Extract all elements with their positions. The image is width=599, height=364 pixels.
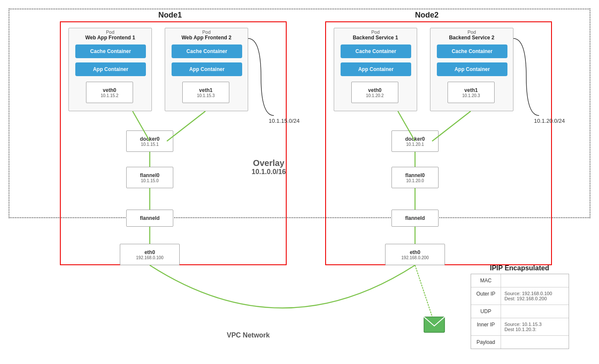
ipip-row-outerip-label: Outer IP: [471, 287, 501, 305]
ipip-row-outerip-detail: Source: 192.168.0.100Dest: 192.168.0.200: [501, 287, 569, 305]
packet-envelope: [424, 317, 445, 333]
node2-eth0: eth0 192.168.0.200: [385, 244, 445, 265]
node2-flannel0: flannel0 10.1.20.0: [391, 167, 439, 188]
node2-subnet-label: 10.1.20.0/24: [534, 118, 565, 124]
pod2: Pod Web App Frontend 2 Cache Container A…: [165, 28, 248, 111]
pod4-cache: Cache Container: [437, 44, 507, 58]
pod1-cache: Cache Container: [75, 44, 146, 58]
ipip-row-payload-detail: [501, 336, 569, 349]
pod1-name: Web App Frontend 1: [69, 35, 151, 41]
ipip-row-innerip-label: Inner IP: [471, 318, 501, 335]
pod1-app: App Container: [75, 62, 146, 76]
pod1-veth0: veth0 10.1.15.2: [86, 82, 133, 103]
pod4: Pod Backend Service 2 Cache Container Ap…: [430, 28, 513, 111]
ipip-box: MAC Outer IP Source: 192.168.0.100Dest: …: [471, 274, 569, 349]
ipip-row-udp-label: UDP: [471, 305, 501, 318]
pod2-app: App Container: [172, 62, 242, 76]
ipip-row-mac-detail: [501, 274, 569, 287]
overlay-label: Overlay 10.1.0.0/16: [252, 158, 286, 176]
pod4-app: App Container: [437, 62, 507, 76]
vpc-label: VPC Network: [227, 331, 270, 339]
node2-docker0: docker0 10.1.20.1: [391, 130, 439, 152]
ipip-title: IPIP Encapsulated: [490, 264, 549, 272]
node1-subnet-label: 10.1.15.0/24: [269, 118, 300, 124]
pod3-app: App Container: [341, 62, 411, 76]
pod4-name: Backend Service 2: [430, 35, 513, 41]
pod2-name: Web App Frontend 2: [165, 35, 248, 41]
ipip-row-mac-label: MAC: [471, 274, 501, 287]
diagram: Node1 Node2 Pod Web App Frontend 1 Cache…: [0, 0, 599, 364]
pod1: Pod Web App Frontend 1 Cache Container A…: [68, 28, 152, 111]
pod3-label: Pod: [334, 28, 417, 35]
svg-line-10: [415, 265, 432, 317]
pod2-veth1: veth1 10.1.15.3: [182, 82, 229, 103]
node1-flannel0: flannel0 10.1.15.0: [126, 167, 173, 188]
pod4-veth1: veth1 10.1.20.3: [448, 82, 495, 103]
ipip-row-payload-label: Payload: [471, 336, 501, 349]
pod2-label: Pod: [165, 28, 248, 35]
node1-eth0: eth0 192.168.0.100: [120, 244, 180, 265]
pod3-cache: Cache Container: [341, 44, 411, 58]
pod3: Pod Backend Service 1 Cache Container Ap…: [334, 28, 417, 111]
pod4-label: Pod: [430, 28, 513, 35]
pod3-name: Backend Service 1: [334, 35, 417, 41]
node1-label: Node1: [158, 11, 182, 20]
ipip-row-udp-detail: [501, 305, 569, 318]
pod3-veth0: veth0 10.1.20.2: [351, 82, 398, 103]
node2-label: Node2: [415, 11, 439, 20]
ipip-row-innerip-detail: Source: 10.1.15.3Dest 10.1.20.3:: [501, 318, 569, 335]
pod2-cache: Cache Container: [172, 44, 242, 58]
pod1-label: Pod: [69, 28, 151, 35]
node2-flanneld: flanneld: [391, 210, 439, 227]
node1-flanneld: flanneld: [126, 210, 173, 227]
node1-docker0: docker0 10.1.15.1: [126, 130, 173, 152]
